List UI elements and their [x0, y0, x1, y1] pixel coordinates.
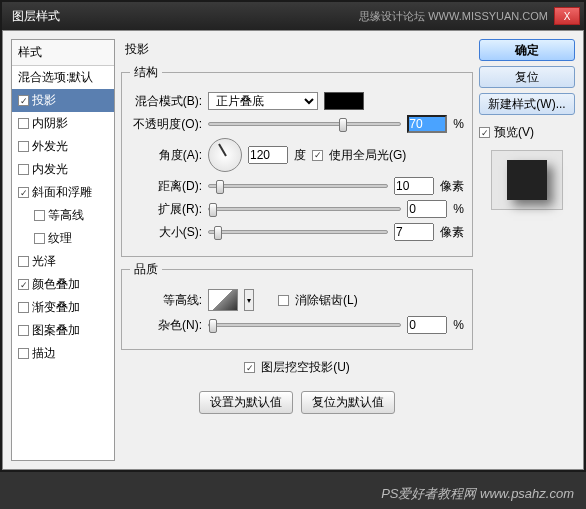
ok-button[interactable]: 确定 — [479, 39, 575, 61]
effect-title: 投影 — [121, 39, 473, 60]
angle-dial[interactable] — [208, 138, 242, 172]
spread-unit: % — [453, 202, 464, 216]
size-unit: 像素 — [440, 224, 464, 241]
global-light-checkbox[interactable] — [312, 150, 323, 161]
noise-label: 杂色(N): — [130, 317, 202, 334]
sidebar-item-5[interactable]: 斜面和浮雕 — [12, 181, 114, 204]
new-style-button[interactable]: 新建样式(W)... — [479, 93, 575, 115]
structure-group: 结构 混合模式(B): 正片叠底 不透明度(O): % 角度(A): 度 — [121, 64, 473, 257]
window-title: 图层样式 — [6, 8, 359, 25]
sidebar-item-11[interactable]: 图案叠加 — [12, 319, 114, 342]
antialias-checkbox[interactable] — [278, 295, 289, 306]
noise-input[interactable] — [407, 316, 447, 334]
preview-label: 预览(V) — [494, 124, 534, 141]
sidebar-label-8: 光泽 — [32, 253, 56, 270]
sidebar-label-6: 等高线 — [48, 207, 84, 224]
sidebar-item-1[interactable]: 投影 — [12, 89, 114, 112]
spread-slider[interactable] — [208, 207, 401, 211]
sidebar-label-9: 颜色叠加 — [32, 276, 80, 293]
sidebar-item-4[interactable]: 内发光 — [12, 158, 114, 181]
global-light-label: 使用全局光(G) — [329, 147, 406, 164]
sidebar-item-9[interactable]: 颜色叠加 — [12, 273, 114, 296]
sidebar-item-12[interactable]: 描边 — [12, 342, 114, 365]
sidebar-checkbox-7[interactable] — [34, 233, 45, 244]
styles-panel: 样式 混合选项:默认投影内阴影外发光内发光斜面和浮雕等高线纹理光泽颜色叠加渐变叠… — [11, 39, 115, 461]
sidebar-label-10: 渐变叠加 — [32, 299, 80, 316]
sidebar-checkbox-5[interactable] — [18, 187, 29, 198]
knockout-label: 图层挖空投影(U) — [261, 359, 350, 376]
settings-panel: 投影 结构 混合模式(B): 正片叠底 不透明度(O): % 角度(A): — [121, 39, 473, 461]
spread-input[interactable] — [407, 200, 447, 218]
knockout-checkbox[interactable] — [244, 362, 255, 373]
sidebar-label-3: 外发光 — [32, 138, 68, 155]
preview-swatch — [507, 160, 547, 200]
footer-watermark: PS爱好者教程网 www.psahz.com — [381, 485, 574, 503]
sidebar-checkbox-3[interactable] — [18, 141, 29, 152]
sidebar-checkbox-4[interactable] — [18, 164, 29, 175]
styles-header: 样式 — [12, 40, 114, 66]
size-input[interactable] — [394, 223, 434, 241]
sidebar-label-11: 图案叠加 — [32, 322, 80, 339]
quality-legend: 品质 — [130, 261, 162, 278]
sidebar-checkbox-11[interactable] — [18, 325, 29, 336]
dialog-body: 样式 混合选项:默认投影内阴影外发光内发光斜面和浮雕等高线纹理光泽颜色叠加渐变叠… — [2, 30, 584, 470]
opacity-unit: % — [453, 117, 464, 131]
sidebar-label-7: 纹理 — [48, 230, 72, 247]
sidebar-checkbox-1[interactable] — [18, 95, 29, 106]
sidebar-label-2: 内阴影 — [32, 115, 68, 132]
distance-label: 距离(D): — [130, 178, 202, 195]
sidebar-label-0: 混合选项:默认 — [18, 69, 93, 86]
noise-unit: % — [453, 318, 464, 332]
sidebar-checkbox-9[interactable] — [18, 279, 29, 290]
blend-color-swatch[interactable] — [324, 92, 364, 110]
opacity-slider[interactable] — [208, 122, 401, 126]
sidebar-item-3[interactable]: 外发光 — [12, 135, 114, 158]
size-label: 大小(S): — [130, 224, 202, 241]
distance-input[interactable] — [394, 177, 434, 195]
opacity-label: 不透明度(O): — [130, 116, 202, 133]
opacity-input[interactable] — [407, 115, 447, 133]
preview-checkbox[interactable] — [479, 127, 490, 138]
blend-mode-label: 混合模式(B): — [130, 93, 202, 110]
sidebar-label-5: 斜面和浮雕 — [32, 184, 92, 201]
sidebar-item-6[interactable]: 等高线 — [12, 204, 114, 227]
sidebar-checkbox-6[interactable] — [34, 210, 45, 221]
angle-input[interactable] — [248, 146, 288, 164]
size-slider[interactable] — [208, 230, 388, 234]
distance-slider[interactable] — [208, 184, 388, 188]
sidebar-checkbox-8[interactable] — [18, 256, 29, 267]
sidebar-checkbox-2[interactable] — [18, 118, 29, 129]
sidebar-label-4: 内发光 — [32, 161, 68, 178]
reset-default-button[interactable]: 复位为默认值 — [301, 391, 395, 414]
blend-mode-select[interactable]: 正片叠底 — [208, 92, 318, 110]
sidebar-label-1: 投影 — [32, 92, 56, 109]
sidebar-label-12: 描边 — [32, 345, 56, 362]
close-button[interactable]: X — [554, 7, 580, 25]
sidebar-checkbox-10[interactable] — [18, 302, 29, 313]
preview-box — [491, 150, 563, 210]
action-panel: 确定 复位 新建样式(W)... 预览(V) — [479, 39, 575, 461]
set-default-button[interactable]: 设置为默认值 — [199, 391, 293, 414]
watermark: 思缘设计论坛 WWW.MISSYUAN.COM — [359, 9, 548, 24]
distance-unit: 像素 — [440, 178, 464, 195]
contour-label: 等高线: — [130, 292, 202, 309]
angle-unit: 度 — [294, 147, 306, 164]
antialias-label: 消除锯齿(L) — [295, 292, 358, 309]
sidebar-item-10[interactable]: 渐变叠加 — [12, 296, 114, 319]
structure-legend: 结构 — [130, 64, 162, 81]
sidebar-item-8[interactable]: 光泽 — [12, 250, 114, 273]
spread-label: 扩展(R): — [130, 201, 202, 218]
angle-label: 角度(A): — [130, 147, 202, 164]
contour-picker[interactable] — [208, 289, 238, 311]
noise-slider[interactable] — [208, 323, 401, 327]
sidebar-item-7[interactable]: 纹理 — [12, 227, 114, 250]
cancel-button[interactable]: 复位 — [479, 66, 575, 88]
sidebar-checkbox-12[interactable] — [18, 348, 29, 359]
contour-dropdown[interactable]: ▾ — [244, 289, 254, 311]
sidebar-item-0[interactable]: 混合选项:默认 — [12, 66, 114, 89]
titlebar: 图层样式 思缘设计论坛 WWW.MISSYUAN.COM X — [2, 2, 584, 30]
quality-group: 品质 等高线: ▾ 消除锯齿(L) 杂色(N): % — [121, 261, 473, 350]
sidebar-item-2[interactable]: 内阴影 — [12, 112, 114, 135]
